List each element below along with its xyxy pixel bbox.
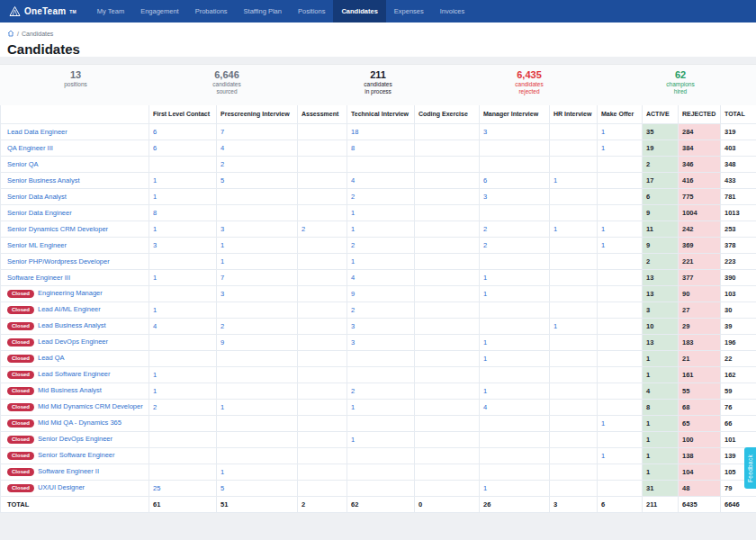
stage-count-link[interactable]: 3 xyxy=(483,193,487,201)
stage-count-link[interactable]: 9 xyxy=(220,338,224,346)
stage-count-link[interactable]: 7 xyxy=(220,274,224,282)
stage-count-link[interactable]: 2 xyxy=(220,322,224,330)
position-link[interactable]: Senior Business Analyst xyxy=(7,176,79,184)
position-link[interactable]: Software Engineer III xyxy=(7,274,70,282)
stage-count-link[interactable]: 1 xyxy=(483,274,487,282)
stage-count-link[interactable]: 1 xyxy=(153,371,157,379)
stage-count-link[interactable]: 9 xyxy=(351,290,355,298)
stage-count-link[interactable]: 1 xyxy=(554,322,557,330)
stage-count-link[interactable]: 1 xyxy=(220,403,224,411)
position-link[interactable]: Senior Data Engineer xyxy=(7,209,72,217)
stage-count-link[interactable]: 2 xyxy=(483,225,487,233)
stage-count-link[interactable]: 2 xyxy=(351,193,355,201)
stage-count-link[interactable]: 1 xyxy=(483,355,487,363)
stage-count-link[interactable]: 1 xyxy=(351,209,355,217)
stage-count-link[interactable]: 4 xyxy=(153,322,157,330)
position-link[interactable]: QA Engineer III xyxy=(7,144,53,152)
stage-count-link[interactable]: 3 xyxy=(351,322,355,330)
position-link[interactable]: Mid Business Analyst xyxy=(38,386,102,394)
position-link[interactable]: Senior Dynamics CRM Developer xyxy=(7,225,108,233)
stage-count-link[interactable]: 1 xyxy=(220,468,224,476)
stage-count-link[interactable]: 1 xyxy=(351,403,355,411)
nav-item-invoices[interactable]: Invoices xyxy=(432,0,473,22)
stage-count-link[interactable]: 4 xyxy=(351,176,355,184)
position-link[interactable]: Senior QA xyxy=(7,160,39,168)
stage-count-link[interactable]: 1 xyxy=(601,241,605,249)
position-link[interactable]: Lead DevOps Engineer xyxy=(38,338,108,346)
stage-count-link[interactable]: 6 xyxy=(483,176,487,184)
nav-item-staffing-plan[interactable]: Staffing Plan xyxy=(236,0,290,22)
stage-count-link[interactable]: 1 xyxy=(220,257,224,266)
stage-count-link[interactable]: 2 xyxy=(302,225,305,233)
stage-count-link[interactable]: 3 xyxy=(153,241,157,249)
stage-count-link[interactable]: 1 xyxy=(601,128,605,136)
home-icon[interactable] xyxy=(7,30,14,37)
nav-item-positions[interactable]: Positions xyxy=(290,0,333,22)
position-link[interactable]: Engineering Manager xyxy=(38,289,103,297)
position-link[interactable]: Senior Software Engineer xyxy=(38,451,114,459)
stage-count-link[interactable]: 1 xyxy=(601,225,605,233)
stage-count-link[interactable]: 4 xyxy=(220,144,224,152)
position-link[interactable]: Lead QA xyxy=(38,354,65,362)
stage-count-link[interactable]: 3 xyxy=(220,225,224,233)
stage-count-link[interactable]: 7 xyxy=(220,128,224,136)
stage-count-link[interactable]: 1 xyxy=(351,436,355,444)
position-link[interactable]: Lead Business Analyst xyxy=(38,321,105,329)
stage-count-link[interactable]: 8 xyxy=(351,144,355,152)
stage-count-link[interactable]: 5 xyxy=(220,176,224,184)
nav-item-engagement[interactable]: Engagement xyxy=(132,0,187,22)
stage-count-link[interactable]: 1 xyxy=(601,419,605,428)
stage-count-link[interactable]: 1 xyxy=(483,290,487,298)
stage-count-link[interactable]: 5 xyxy=(220,484,224,492)
stage-count-link[interactable]: 18 xyxy=(351,128,358,136)
position-link[interactable]: Software Engineer II xyxy=(38,467,99,475)
stage-count-link[interactable]: 2 xyxy=(351,387,355,395)
stage-count-link[interactable]: 2 xyxy=(153,403,157,411)
position-link[interactable]: Mid Mid Dynamics CRM Developer xyxy=(38,402,143,410)
position-link[interactable]: Senior Data Analyst xyxy=(7,193,67,201)
position-link[interactable]: Senior PHP/Wordpress Developer xyxy=(7,257,110,266)
stage-count-link[interactable]: 1 xyxy=(483,387,487,395)
stage-count-link[interactable]: 3 xyxy=(220,290,224,298)
stage-count-link[interactable]: 6 xyxy=(153,128,157,136)
stage-count-link[interactable]: 1 xyxy=(153,176,157,184)
app-logo[interactable]: OneTeamTM xyxy=(0,0,89,22)
stage-count-link[interactable]: 1 xyxy=(554,225,557,233)
position-link[interactable]: Lead Software Engineer xyxy=(38,370,110,378)
stage-count-link[interactable]: 1 xyxy=(483,484,487,492)
stage-count-link[interactable]: 2 xyxy=(351,306,355,314)
position-link[interactable]: UX/UI Designer xyxy=(38,483,85,491)
stage-count-link[interactable]: 1 xyxy=(351,257,355,266)
stage-count-link[interactable]: 3 xyxy=(483,128,487,136)
stage-count-link[interactable]: 1 xyxy=(220,241,224,249)
stage-count-link[interactable]: 4 xyxy=(483,403,487,411)
stage-count-link[interactable]: 1 xyxy=(601,452,605,460)
stage-count-link[interactable]: 1 xyxy=(153,193,157,201)
stage-count-link[interactable]: 1 xyxy=(153,225,157,233)
position-link[interactable]: Senior DevOps Engineer xyxy=(38,435,112,443)
position-link[interactable]: Lead AI/ML Engineer xyxy=(38,305,101,313)
feedback-tab[interactable]: Feedback xyxy=(744,447,756,489)
position-link[interactable]: Lead Data Engineer xyxy=(7,128,68,136)
stage-count-link[interactable]: 1 xyxy=(153,274,157,282)
stage-count-link[interactable]: 1 xyxy=(153,387,157,395)
nav-item-probations[interactable]: Probations xyxy=(187,0,236,22)
position-link[interactable]: Senior ML Engineer xyxy=(7,241,67,249)
stage-count-link[interactable]: 4 xyxy=(351,274,355,282)
nav-item-my-team[interactable]: My Team xyxy=(89,0,132,22)
stage-count-link[interactable]: 6 xyxy=(153,144,157,152)
stage-count-link[interactable]: 8 xyxy=(153,209,157,217)
position-link[interactable]: Mid Mid QA - Dynamics 365 xyxy=(38,418,122,427)
stage-count-link[interactable]: 1 xyxy=(554,176,557,184)
stage-count-link[interactable]: 1 xyxy=(153,306,157,314)
stage-count-link[interactable]: 1 xyxy=(351,225,355,233)
stage-count-link[interactable]: 1 xyxy=(601,144,605,152)
nav-item-candidates[interactable]: Candidates xyxy=(333,0,385,22)
stage-count-link[interactable]: 25 xyxy=(153,484,160,492)
stage-count-link[interactable]: 2 xyxy=(483,241,487,249)
stage-count-link[interactable]: 1 xyxy=(483,338,487,346)
stage-count-link[interactable]: 2 xyxy=(220,160,224,168)
nav-item-expenses[interactable]: Expenses xyxy=(386,0,432,22)
breadcrumb-current[interactable]: Candidates xyxy=(22,31,53,37)
stage-count-link[interactable]: 2 xyxy=(351,241,355,249)
